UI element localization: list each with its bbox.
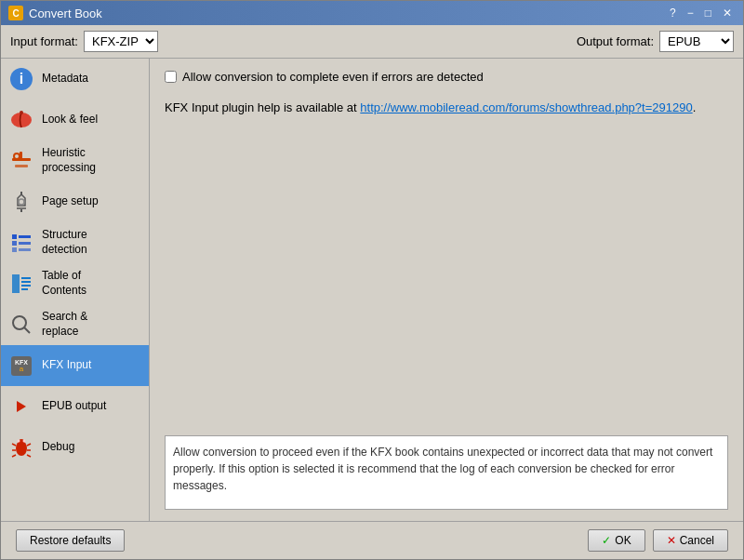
svg-line-30 [12, 444, 16, 446]
restore-defaults-button[interactable]: Restore defaults [16, 529, 125, 552]
structure-icon [8, 230, 34, 256]
svg-rect-16 [12, 247, 17, 252]
allow-errors-label[interactable]: Allow conversion to complete even if err… [182, 70, 484, 84]
help-text-suffix: . [693, 100, 697, 114]
ok-label: OK [615, 534, 631, 547]
svg-point-29 [23, 440, 26, 443]
content-area: Allow conversion to complete even if err… [150, 59, 743, 521]
kfx-input-label: KFX Input [42, 358, 91, 373]
svg-point-28 [18, 440, 20, 443]
svg-rect-18 [12, 274, 20, 293]
metadata-label: Metadata [42, 72, 88, 87]
look-feel-icon [8, 107, 34, 133]
title-bar-controls: ? − □ ✕ [666, 7, 736, 20]
help-text: KFX Input plugin help is available at ht… [165, 99, 728, 117]
svg-rect-20 [21, 281, 31, 283]
cancel-icon: ✕ [667, 534, 676, 547]
sidebar-item-search-replace[interactable]: Search &replace [1, 304, 149, 345]
ok-icon: ✓ [602, 534, 611, 547]
content-top: Allow conversion to complete even if err… [165, 70, 728, 428]
sidebar-item-toc[interactable]: Table ofContents [1, 263, 149, 304]
description-box: Allow conversion to proceed even if the … [165, 435, 728, 510]
minimize-button[interactable]: − [684, 7, 698, 20]
sidebar-item-metadata[interactable]: i Metadata [1, 59, 149, 100]
output-format-group: Output format: EPUB [577, 31, 734, 52]
input-format-select[interactable]: KFX-ZIP [84, 31, 158, 52]
svg-rect-15 [19, 242, 31, 245]
svg-line-34 [12, 455, 16, 457]
help-text-prefix: KFX Input plugin help is available at [165, 100, 360, 114]
page-setup-icon [8, 189, 34, 215]
sidebar-item-heuristic[interactable]: Heuristicprocessing [1, 140, 149, 181]
svg-marker-25 [17, 401, 26, 412]
cancel-label: Cancel [680, 534, 714, 547]
structure-label: Structuredetection [42, 228, 87, 257]
svg-rect-17 [19, 248, 31, 251]
epub-output-icon [8, 393, 34, 420]
help-button[interactable]: ? [666, 7, 680, 20]
svg-rect-13 [19, 235, 31, 238]
window-title: Convert Book [29, 7, 102, 20]
svg-point-23 [13, 316, 26, 329]
app-icon: C [8, 6, 23, 20]
allow-errors-checkbox[interactable] [165, 71, 177, 83]
kfx-input-icon: KFX a [8, 353, 34, 379]
input-format-label: Input format: [10, 34, 78, 48]
output-format-select[interactable]: EPUB [659, 31, 734, 52]
sidebar-item-epub-output[interactable]: EPUB output [1, 386, 149, 427]
heuristic-label: Heuristicprocessing [42, 146, 96, 175]
title-bar: C Convert Book ? − □ ✕ [1, 1, 743, 25]
svg-point-6 [14, 153, 20, 159]
svg-line-35 [27, 455, 31, 457]
heuristic-icon [8, 148, 34, 174]
search-replace-label: Search &replace [42, 310, 87, 339]
bottom-right-buttons: ✓ OK ✕ Cancel [588, 529, 728, 552]
sidebar-item-page-setup[interactable]: Page setup [1, 181, 149, 222]
svg-point-9 [19, 199, 24, 205]
ok-button[interactable]: ✓ OK [588, 529, 644, 552]
search-replace-icon [8, 312, 34, 338]
bottom-bar: Restore defaults ✓ OK ✕ Cancel [1, 521, 743, 559]
look-feel-label: Look & feel [42, 113, 98, 127]
main-window: C Convert Book ? − □ ✕ Input format: KFX… [0, 0, 744, 560]
maximize-button[interactable]: □ [701, 7, 715, 20]
metadata-icon: i [8, 66, 34, 92]
epub-output-label: EPUB output [42, 399, 106, 414]
checkbox-row: Allow conversion to complete even if err… [165, 70, 728, 84]
svg-rect-21 [21, 285, 31, 287]
toc-label: Table ofContents [42, 269, 86, 298]
format-bar: Input format: KFX-ZIP Output format: EPU… [1, 25, 743, 59]
svg-rect-14 [12, 241, 17, 246]
input-format-group: Input format: KFX-ZIP [10, 31, 158, 52]
sidebar-item-structure[interactable]: Structuredetection [1, 222, 149, 263]
help-link[interactable]: http://www.mobileread.com/forums/showthr… [360, 100, 692, 114]
debug-label: Debug [42, 440, 74, 455]
svg-rect-7 [15, 165, 28, 167]
toc-icon [8, 271, 34, 297]
svg-text:i: i [20, 71, 23, 87]
cancel-button[interactable]: ✕ Cancel [653, 529, 728, 552]
close-button[interactable]: ✕ [719, 7, 736, 20]
sidebar-item-look-feel[interactable]: Look & feel [1, 100, 149, 140]
svg-point-3 [20, 111, 23, 114]
svg-rect-12 [12, 234, 17, 239]
sidebar: i Metadata Look & feel [1, 59, 150, 521]
page-setup-label: Page setup [42, 194, 99, 209]
title-bar-left: C Convert Book [8, 6, 102, 20]
sidebar-item-kfx-input[interactable]: KFX a KFX Input [1, 345, 149, 386]
debug-icon [8, 434, 34, 460]
sidebar-item-debug[interactable]: Debug [1, 427, 149, 468]
svg-line-31 [27, 444, 31, 446]
svg-line-24 [24, 327, 30, 333]
svg-rect-22 [21, 288, 28, 290]
output-format-label: Output format: [577, 34, 654, 48]
main-area: i Metadata Look & feel [1, 59, 743, 521]
svg-rect-19 [21, 277, 31, 279]
